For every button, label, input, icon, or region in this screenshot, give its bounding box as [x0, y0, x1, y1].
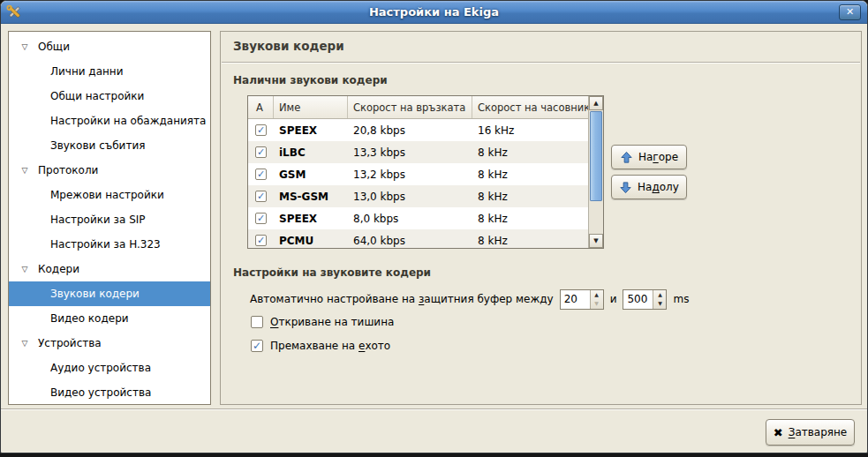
- codec-name: iLBC: [274, 146, 348, 159]
- codec-row[interactable]: ✓ GSM 13,2 kbps 8 kHz: [248, 163, 603, 185]
- codec-row[interactable]: ✓ MS-GSM 13,0 kbps 8 kHz: [248, 185, 603, 207]
- sidebar-section-label: Устройства: [38, 337, 102, 349]
- codec-bitrate: 8,0 kbps: [348, 213, 472, 225]
- column-header-active[interactable]: A: [248, 96, 274, 118]
- echo-cancellation-checkbox[interactable]: ✓: [251, 340, 263, 352]
- page-title: Звукови кодери: [233, 39, 344, 53]
- sidebar-item-h323-settings[interactable]: Настройки за H.323: [9, 232, 210, 257]
- echo-cancellation-checkbox-row[interactable]: ✓ Премахване на ехото: [251, 340, 390, 352]
- sidebar-item-call-options[interactable]: Настройки на обажданията: [9, 109, 210, 133]
- spin-up-icon[interactable]: ▲: [653, 290, 666, 300]
- unit-label: ms: [673, 293, 689, 305]
- sidebar-item-audio-codecs[interactable]: Звукови кодери: [9, 281, 210, 306]
- close-x-icon: ✖: [774, 426, 783, 439]
- codec-bitrate: 13,3 kbps: [348, 146, 472, 159]
- down-arrow-icon: [619, 181, 632, 194]
- jitter-max-input[interactable]: [623, 290, 653, 309]
- codec-checkbox[interactable]: ✓: [255, 213, 267, 224]
- main-panel: Звукови кодери Налични звукови кодери A …: [220, 31, 862, 405]
- column-header-bitrate[interactable]: Скорост на връзката: [348, 96, 472, 118]
- jitter-min-input[interactable]: [561, 290, 590, 309]
- codec-clock: 8 kHz: [472, 146, 588, 159]
- close-icon: ✕: [846, 6, 854, 18]
- scroll-up-icon[interactable]: ▲: [589, 96, 603, 110]
- jitter-min-spinner[interactable]: ▲ ▼: [560, 289, 604, 310]
- codec-table-header: A Име Скорост на връзката Скорост на час…: [248, 96, 603, 119]
- expander-icon[interactable]: ▽: [19, 166, 30, 175]
- jitter-buffer-label: Автоматично настройване на защитния буфе…: [250, 293, 554, 305]
- sidebar-section-protocols[interactable]: ▽ Протоколи: [9, 158, 210, 183]
- move-up-button[interactable]: Нагоре: [611, 145, 687, 169]
- codec-row[interactable]: ✓ SPEEX 20,8 kbps 16 kHz: [248, 119, 603, 141]
- codec-clock: 8 kHz: [472, 191, 588, 203]
- spin-down-icon[interactable]: ▼: [591, 299, 603, 309]
- expander-icon[interactable]: ▽: [19, 339, 30, 348]
- expander-icon[interactable]: ▽: [19, 265, 30, 273]
- table-scrollbar[interactable]: ▲ ▼: [588, 96, 603, 248]
- sidebar: ▽ Общи Лични данни Общи настройки Настро…: [8, 31, 211, 405]
- sidebar-section-label: Протоколи: [38, 164, 98, 176]
- codec-clock: 16 kHz: [472, 124, 588, 137]
- spin-down-icon[interactable]: ▼: [653, 299, 666, 309]
- silence-detection-label: Откриване на тишина: [270, 316, 394, 328]
- codec-bitrate: 20,8 kbps: [348, 124, 472, 137]
- settings-section-title: Настройки на звуковите кодери: [233, 266, 431, 279]
- codec-table: A Име Скорост на връзката Скорост на час…: [247, 95, 604, 249]
- sidebar-section-devices[interactable]: ▽ Устройства: [9, 331, 210, 356]
- silence-detection-checkbox-row[interactable]: Откриване на тишина: [251, 316, 394, 328]
- jitter-buffer-row: Автоматично настройване на защитния буфе…: [250, 288, 689, 310]
- codec-checkbox[interactable]: ✓: [255, 191, 267, 202]
- codec-row[interactable]: ✓ SPEEX 8,0 kbps 8 kHz: [248, 207, 603, 229]
- move-down-button[interactable]: Надолу: [611, 175, 687, 199]
- column-header-clock[interactable]: Скорост на часовника: [472, 96, 588, 118]
- codec-clock: 8 kHz: [472, 213, 588, 225]
- codec-name: GSM: [274, 169, 348, 181]
- column-header-name[interactable]: Име: [274, 96, 348, 118]
- sidebar-section-general[interactable]: ▽ Общи: [9, 34, 210, 59]
- sidebar-item-network-settings[interactable]: Мрежови настройки: [9, 183, 210, 207]
- codec-bitrate: 13,0 kbps: [348, 191, 472, 203]
- preferences-window: Настройки на Ekiga ✕ ▽ Общи Лични данни …: [0, 0, 868, 453]
- codec-checkbox[interactable]: ✓: [255, 124, 267, 136]
- codec-bitrate: 13,2 kbps: [348, 169, 472, 181]
- spin-up-icon[interactable]: ▲: [591, 290, 603, 300]
- codecs-section-title: Налични звукови кодери: [233, 74, 388, 86]
- expander-icon[interactable]: ▽: [19, 42, 30, 51]
- codec-row[interactable]: ✓ iLBC 13,3 kbps 8 kHz: [248, 141, 603, 163]
- codec-bitrate: 64,0 kbps: [348, 235, 472, 247]
- sidebar-section-label: Общи: [38, 41, 70, 53]
- silence-detection-checkbox[interactable]: [251, 316, 263, 328]
- up-arrow-icon: [620, 151, 633, 164]
- sidebar-item-audio-devices[interactable]: Аудио устройства: [9, 356, 210, 380]
- jitter-max-spinner[interactable]: ▲ ▼: [623, 289, 667, 310]
- codec-checkbox[interactable]: ✓: [255, 146, 267, 158]
- codec-name: MS-GSM: [274, 191, 348, 203]
- sidebar-item-sound-events[interactable]: Звукови събития: [9, 133, 210, 158]
- codec-name: SPEEX: [274, 124, 348, 137]
- sidebar-section-label: Кодери: [38, 263, 79, 275]
- and-label: и: [610, 293, 617, 305]
- codec-row[interactable]: ✓ PCMU 64,0 kbps 8 kHz: [248, 229, 603, 249]
- window-close-button[interactable]: ✕: [839, 4, 861, 20]
- codec-clock: 8 kHz: [472, 235, 588, 247]
- titlebar: Настройки на Ekiga ✕: [1, 1, 867, 24]
- sidebar-item-general-settings[interactable]: Общи настройки: [9, 84, 210, 109]
- header-separator: [222, 62, 860, 64]
- sidebar-item-personal-data[interactable]: Лични данни: [9, 59, 210, 84]
- sidebar-item-video-codecs[interactable]: Видео кодери: [9, 306, 210, 331]
- codec-name: SPEEX: [274, 213, 348, 225]
- sidebar-section-codecs[interactable]: ▽ Кодери: [9, 257, 210, 281]
- codec-name: PCMU: [274, 235, 348, 247]
- codec-checkbox[interactable]: ✓: [255, 235, 267, 246]
- close-button-label: Затваряне: [789, 426, 848, 438]
- sidebar-item-video-devices[interactable]: Видео устройства: [9, 380, 210, 405]
- sidebar-item-sip-settings[interactable]: Настройки за SIP: [9, 207, 210, 232]
- codec-clock: 8 kHz: [472, 169, 588, 181]
- scroll-down-icon[interactable]: ▼: [589, 234, 603, 248]
- footer-separator: [1, 408, 867, 410]
- codec-checkbox[interactable]: ✓: [255, 169, 267, 180]
- move-up-label: Нагоре: [638, 151, 678, 163]
- close-button[interactable]: ✖ Затваряне: [766, 419, 855, 446]
- window-title: Настройки на Ekiga: [1, 5, 867, 19]
- scroll-thumb[interactable]: [590, 111, 602, 201]
